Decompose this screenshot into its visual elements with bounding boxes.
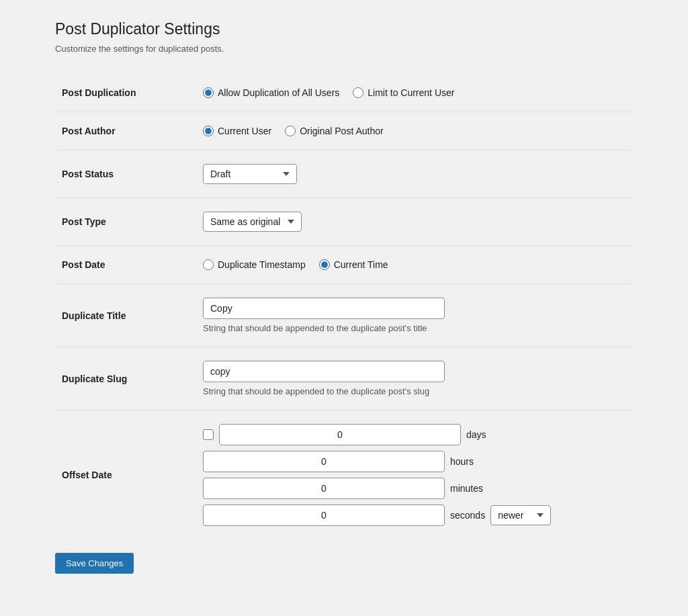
duplicate-slug-description: String that should be appended to the du… [203,386,626,396]
post-type-controls: Same as original Post Page [189,198,633,246]
seconds-label: seconds [450,510,485,521]
duplicate-timestamp-radio[interactable] [203,259,214,270]
post-date-controls: Duplicate Timestamp Current Time [189,246,633,284]
settings-table: Post Duplication Allow Duplication of Al… [55,74,633,539]
post-status-select[interactable]: Draft Published Pending Private [203,164,297,184]
offset-direction-select[interactable]: newer older [490,505,551,525]
duplicate-timestamp-option[interactable]: Duplicate Timestamp [203,259,306,270]
post-author-label: Post Author [55,112,189,150]
post-type-row: Post Type Same as original Post Page [55,198,633,246]
post-duplication-radio-group: Allow Duplication of All Users Limit to … [203,87,626,98]
hours-label: hours [450,456,474,467]
current-time-option[interactable]: Current Time [319,259,388,270]
post-duplication-label: Post Duplication [55,74,189,112]
allow-all-radio[interactable] [203,87,214,98]
duplicate-title-row: Duplicate Title String that should be ap… [55,284,633,347]
post-date-label: Post Date [55,246,189,284]
offset-hours-input[interactable] [203,451,445,472]
duplicate-slug-input[interactable] [203,361,445,382]
post-status-controls: Draft Published Pending Private [189,150,633,198]
duplicate-timestamp-label: Duplicate Timestamp [218,259,306,270]
offset-minutes-input[interactable] [203,478,445,499]
original-author-option[interactable]: Original Post Author [285,126,384,136]
page-subtitle: Customize the settings for duplicated po… [55,44,633,54]
current-user-label: Current User [218,126,271,136]
days-label: days [466,429,486,440]
offset-date-row-inner: days hours minutes seconds newer older [203,424,626,526]
page-wrap: Post Duplicator Settings Customize the s… [42,0,646,601]
limit-current-label: Limit to Current User [368,87,454,98]
duplicate-title-input[interactable] [203,298,445,319]
duplicate-slug-row: Duplicate Slug String that should be app… [55,347,633,410]
offset-date-label: Offset Date [55,410,189,540]
duplicate-slug-label: Duplicate Slug [55,347,189,410]
post-duplication-controls: Allow Duplication of All Users Limit to … [189,74,633,112]
offset-date-checkbox[interactable] [203,429,214,440]
duplicate-slug-controls: String that should be appended to the du… [189,347,633,410]
limit-current-option[interactable]: Limit to Current User [353,87,454,98]
post-status-label: Post Status [55,150,189,198]
original-author-label: Original Post Author [300,126,384,136]
offset-days-input[interactable] [219,424,461,445]
offset-date-row: Offset Date days hours minutes seconds n [55,410,633,540]
original-author-radio[interactable] [285,126,296,136]
post-date-row: Post Date Duplicate Timestamp Current Ti… [55,246,633,284]
post-author-row: Post Author Current User Original Post A… [55,112,633,150]
minutes-label: minutes [450,483,483,494]
current-user-option[interactable]: Current User [203,126,271,136]
post-duplication-row: Post Duplication Allow Duplication of Al… [55,74,633,112]
post-type-label: Post Type [55,198,189,246]
duplicate-title-controls: String that should be appended to the du… [189,284,633,347]
current-user-radio[interactable] [203,126,214,136]
limit-current-radio[interactable] [353,87,363,98]
allow-all-label: Allow Duplication of All Users [218,87,339,98]
post-author-controls: Current User Original Post Author [189,112,633,150]
post-date-radio-group: Duplicate Timestamp Current Time [203,259,626,270]
post-author-radio-group: Current User Original Post Author [203,126,626,136]
offset-seconds-input[interactable] [203,504,445,526]
post-status-row: Post Status Draft Published Pending Priv… [55,150,633,198]
duplicate-title-description: String that should be appended to the du… [203,323,626,333]
page-title: Post Duplicator Settings [55,20,633,38]
save-changes-button[interactable]: Save Changes [55,553,134,574]
offset-date-controls: days hours minutes seconds newer older [189,410,633,540]
post-type-select[interactable]: Same as original Post Page [203,212,302,232]
allow-all-option[interactable]: Allow Duplication of All Users [203,87,339,98]
duplicate-title-label: Duplicate Title [55,284,189,347]
current-time-radio[interactable] [319,259,330,270]
current-time-label: Current Time [334,259,388,270]
